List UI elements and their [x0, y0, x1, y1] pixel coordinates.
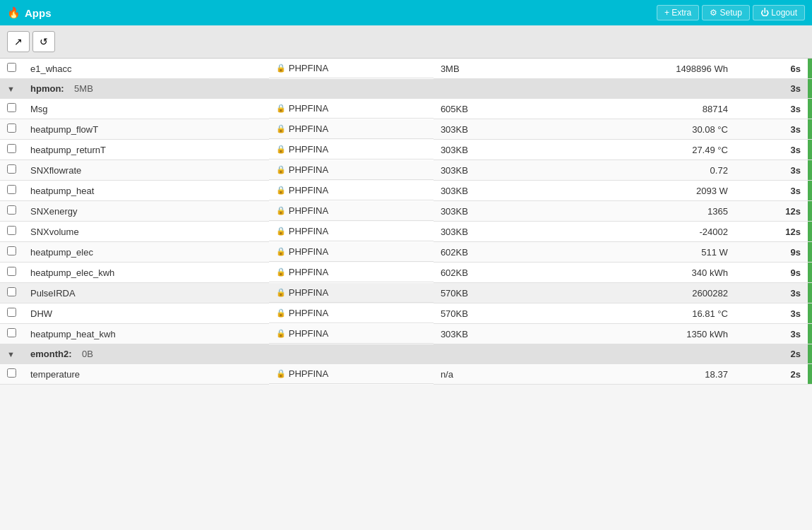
- feed-value: 30.08 °C: [571, 119, 735, 140]
- feed-age: 9s: [735, 242, 808, 263]
- row-checkbox[interactable]: [7, 103, 16, 112]
- refresh-button[interactable]: ↺: [32, 31, 55, 52]
- feed-value: 0.72: [571, 160, 735, 181]
- feed-age: 3s: [735, 303, 808, 324]
- row-checkbox[interactable]: [7, 226, 16, 235]
- feed-value: 1350 kWh: [571, 324, 735, 344]
- green-bar: [808, 324, 812, 344]
- table-row: e1_whacc 🔒 PHPFINA 3MB 1498896 Wh 6s: [0, 59, 812, 79]
- feed-size: 570KB: [434, 283, 537, 303]
- row-checkbox[interactable]: [7, 185, 16, 194]
- feed-value: 511 W: [571, 242, 735, 263]
- lock-icon: 🔒: [276, 369, 286, 378]
- group-name: emonth2:: [30, 349, 72, 359]
- feed-engine: 🔒 PHPFINA: [269, 181, 434, 200]
- setup-button[interactable]: ⚙ Setup: [702, 5, 750, 20]
- table-row: heatpump_flowT 🔒 PHPFINA 303KB 30.08 °C …: [0, 119, 812, 140]
- group-header-hpmon: ▼ hpmon: 5MB 3s: [0, 79, 812, 99]
- feed-age: 3s: [735, 140, 808, 160]
- green-bar: [808, 242, 812, 263]
- row-checkbox[interactable]: [7, 368, 16, 378]
- feed-name: e1_whacc: [23, 59, 269, 79]
- navbar-left: 🔥 Apps: [7, 6, 52, 19]
- row-checkbox[interactable]: [7, 124, 16, 133]
- expand-button[interactable]: ↗: [7, 31, 30, 52]
- row-checkbox[interactable]: [7, 308, 16, 317]
- row-checkbox[interactable]: [7, 287, 16, 296]
- row-checkbox[interactable]: [7, 267, 16, 276]
- feed-size: 570KB: [434, 303, 537, 324]
- table-row: SNXvolume 🔒 PHPFINA 303KB -24002 12s: [0, 222, 812, 242]
- row-checkbox[interactable]: [7, 246, 16, 255]
- expand-icon: ↗: [14, 36, 23, 47]
- feed-age: 6s: [735, 59, 808, 79]
- group-collapse-chevron[interactable]: ▼: [7, 85, 15, 93]
- green-bar: [808, 99, 812, 119]
- feed-age: 9s: [735, 263, 808, 283]
- lock-icon: 🔒: [276, 124, 286, 133]
- green-bar: [808, 119, 812, 140]
- brand[interactable]: 🔥 Apps: [7, 6, 52, 19]
- feed-engine: 🔒 PHPFINA: [269, 303, 434, 323]
- feed-name: PulseIRDA: [23, 283, 269, 303]
- lock-icon: 🔒: [276, 227, 286, 236]
- group-name: hpmon:: [30, 83, 64, 94]
- row-checkbox[interactable]: [7, 144, 16, 153]
- green-bar: [808, 303, 812, 324]
- feed-age: 3s: [735, 181, 808, 201]
- green-bar: [808, 160, 812, 181]
- feed-engine: 🔒 PHPFINA: [269, 324, 434, 344]
- feed-value: 27.49 °C: [571, 140, 735, 160]
- feed-engine: 🔒 PHPFINA: [269, 140, 434, 159]
- feed-name: heatpump_elec: [23, 242, 269, 263]
- feed-age: 12s: [735, 222, 808, 242]
- feed-age: 3s: [735, 324, 808, 344]
- feed-engine: 🔒 PHPFINA: [269, 364, 434, 384]
- green-bar: [808, 140, 812, 160]
- feed-size: 3MB: [434, 59, 537, 79]
- feed-size: 303KB: [434, 181, 537, 201]
- lock-icon: 🔒: [276, 329, 286, 338]
- lock-icon: 🔒: [276, 104, 286, 113]
- feed-age: 3s: [735, 99, 808, 119]
- feed-age: 3s: [735, 160, 808, 181]
- feed-value: 88714: [571, 99, 735, 119]
- green-bar: [808, 79, 812, 99]
- lock-icon: 🔒: [276, 206, 286, 215]
- group-age: 3s: [735, 79, 808, 99]
- feed-size: 303KB: [434, 140, 537, 160]
- row-checkbox[interactable]: [7, 63, 16, 72]
- row-checkbox[interactable]: [7, 205, 16, 215]
- feeds-table: e1_whacc 🔒 PHPFINA 3MB 1498896 Wh 6s ▼: [0, 59, 812, 385]
- row-checkbox[interactable]: [7, 328, 16, 337]
- feed-engine: 🔒 PHPFINA: [269, 283, 434, 303]
- extra-button[interactable]: + Extra: [657, 5, 699, 20]
- lock-icon: 🔒: [276, 308, 286, 318]
- feed-name: heatpump_flowT: [23, 119, 269, 140]
- feed-value: -24002: [571, 222, 735, 242]
- green-bar: [808, 201, 812, 222]
- logout-button[interactable]: ⏻ Logout: [753, 5, 805, 20]
- table-row: temperature 🔒 PHPFINA n/a 18.37 2s: [0, 364, 812, 385]
- feed-name: temperature: [23, 364, 269, 385]
- group-collapse-chevron[interactable]: ▼: [7, 350, 15, 359]
- feed-name: DHW: [23, 303, 269, 324]
- feed-engine: 🔒 PHPFINA: [269, 263, 434, 282]
- feed-age: 2s: [735, 364, 808, 385]
- feed-engine: 🔒 PHPFINA: [269, 242, 434, 262]
- brand-label: Apps: [25, 7, 52, 19]
- green-bar: [808, 181, 812, 201]
- table-row: SNXenergy 🔒 PHPFINA 303KB 1365 12s: [0, 201, 812, 222]
- toolbar: ↗ ↺: [0, 25, 812, 59]
- table-row: heatpump_heat 🔒 PHPFINA 303KB 2093 W 3s: [0, 181, 812, 201]
- lock-icon: 🔒: [276, 186, 286, 195]
- feed-value: 1498896 Wh: [571, 59, 735, 79]
- lock-icon: 🔒: [276, 267, 286, 277]
- feed-name: heatpump_elec_kwh: [23, 263, 269, 283]
- green-bar: [808, 344, 812, 364]
- feed-value: 1365: [571, 201, 735, 222]
- feed-size: 602KB: [434, 242, 537, 263]
- row-checkbox[interactable]: [7, 164, 16, 174]
- table-row: heatpump_elec 🔒 PHPFINA 602KB 511 W 9s: [0, 242, 812, 263]
- green-bar: [808, 59, 812, 79]
